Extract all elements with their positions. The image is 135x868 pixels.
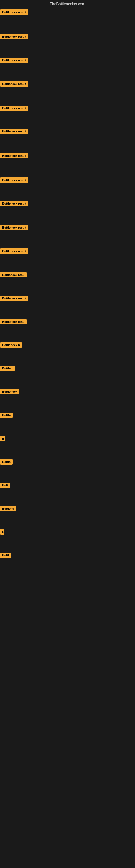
bottleneck-item-6: Bottleneck result (0, 129, 28, 135)
bottleneck-badge-7: Bottleneck result (0, 153, 28, 158)
bottleneck-item-14: Bottleneck resu (0, 319, 27, 326)
bottleneck-badge-13: Bottleneck result (0, 296, 28, 301)
bottleneck-item-13: Bottleneck result (0, 296, 28, 302)
bottleneck-badge-15: Bottleneck n (0, 342, 22, 348)
bottleneck-item-17: Bottleneck (0, 389, 19, 396)
bottleneck-item-1: Bottleneck result (0, 9, 28, 16)
bottleneck-item-11: Bottleneck result (0, 248, 28, 255)
bottleneck-badge-11: Bottleneck result (0, 248, 28, 254)
bottleneck-item-2: Bottleneck result (0, 34, 28, 40)
site-title: TheBottlenecker.com (0, 0, 135, 8)
bottleneck-badge-18: Bottle (0, 412, 13, 418)
bottleneck-badge-21: Bott (0, 483, 10, 488)
bottleneck-badge-19: B (0, 436, 5, 441)
bottleneck-item-24: Bottl (0, 553, 11, 559)
bottleneck-item-9: Bottleneck result (0, 201, 28, 207)
bottleneck-badge-17: Bottleneck (0, 389, 19, 394)
bottleneck-badge-10: Bottleneck result (0, 225, 28, 230)
bottleneck-badge-4: Bottleneck result (0, 81, 28, 87)
bottleneck-badge-9: Bottleneck result (0, 201, 28, 206)
bottleneck-item-20: Bottle (0, 459, 13, 466)
bottleneck-item-23: B (0, 529, 4, 536)
bottleneck-item-21: Bott (0, 483, 10, 489)
bottleneck-item-15: Bottleneck n (0, 342, 22, 349)
bottleneck-badge-22: Bottlens (0, 506, 16, 511)
bottleneck-item-16: Bottlen (0, 366, 14, 372)
bottleneck-item-8: Bottleneck result (0, 177, 28, 184)
bottleneck-badge-6: Bottleneck result (0, 129, 28, 134)
bottleneck-item-19: B (0, 436, 5, 442)
bottleneck-item-10: Bottleneck result (0, 225, 28, 231)
bottleneck-badge-24: Bottl (0, 553, 11, 558)
bottleneck-badge-3: Bottleneck result (0, 58, 28, 63)
bottleneck-badge-16: Bottlen (0, 366, 14, 371)
bottleneck-item-22: Bottlens (0, 506, 16, 513)
bottleneck-item-12: Bottleneck resu (0, 272, 27, 279)
bottleneck-badge-14: Bottleneck resu (0, 319, 27, 324)
bottleneck-item-7: Bottleneck result (0, 153, 28, 159)
bottleneck-badge-8: Bottleneck result (0, 177, 28, 183)
bottleneck-item-4: Bottleneck result (0, 81, 28, 88)
bottleneck-badge-12: Bottleneck resu (0, 272, 27, 278)
bottleneck-item-5: Bottleneck result (0, 105, 28, 112)
bottleneck-badge-20: Bottle (0, 459, 13, 465)
bottleneck-badge-23: B (0, 529, 4, 535)
items-container: Bottleneck resultBottleneck resultBottle… (0, 8, 135, 604)
bottleneck-item-18: Bottle (0, 412, 13, 419)
bottleneck-badge-5: Bottleneck result (0, 105, 28, 111)
bottleneck-badge-2: Bottleneck result (0, 34, 28, 39)
bottleneck-item-3: Bottleneck result (0, 58, 28, 64)
bottleneck-badge-1: Bottleneck result (0, 9, 28, 15)
